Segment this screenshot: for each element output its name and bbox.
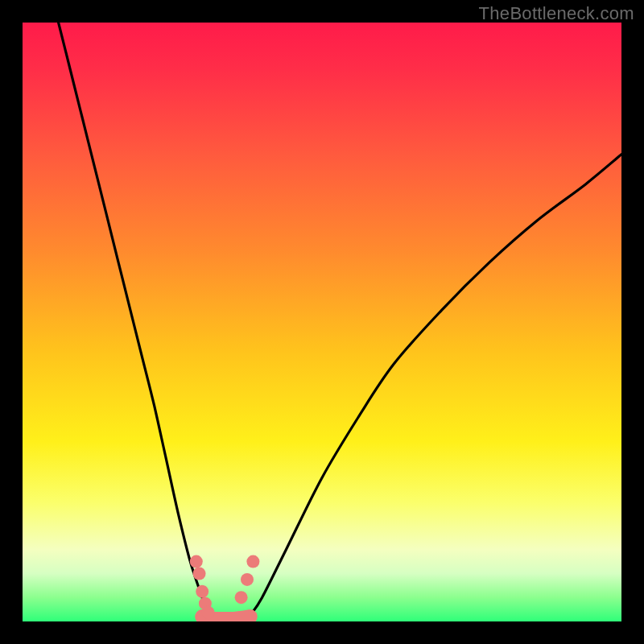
- bottom-markers-right-dot: [241, 573, 254, 586]
- plot-area: [23, 23, 621, 621]
- watermark-text: TheBottleneck.com: [479, 3, 634, 24]
- bottom-markers-left-dot: [196, 585, 208, 598]
- curve-layer: [23, 23, 621, 621]
- left-curve: [59, 23, 208, 616]
- bottom-markers-left-dot: [193, 568, 206, 580]
- right-curve: [250, 155, 621, 616]
- bottom-markers-left-dot: [202, 606, 215, 619]
- bottom-markers-left-dot: [190, 555, 203, 568]
- bottom-markers-right-dot: [235, 591, 248, 604]
- chart-frame: TheBottleneck.com: [0, 0, 644, 644]
- bottom-markers-right-dot: [246, 555, 259, 568]
- markers-group: [190, 555, 260, 619]
- curves-group: [59, 23, 621, 616]
